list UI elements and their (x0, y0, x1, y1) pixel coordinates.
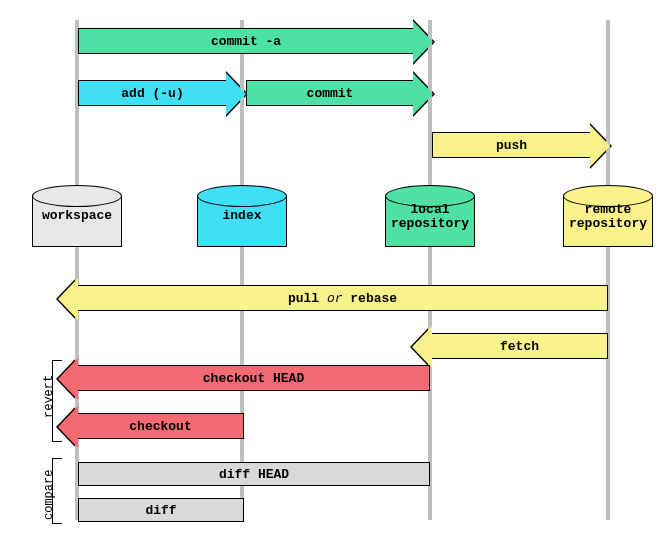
arrow-label: checkout (129, 419, 191, 434)
git-data-flow-diagram: commit -a add (-u) commit push workspace… (0, 0, 666, 550)
arrow-pull-or-rebase: pull or rebase (78, 285, 608, 311)
bar-diff: diff (78, 498, 244, 522)
arrow-label: commit (307, 86, 354, 101)
arrow-push: push (432, 132, 590, 158)
bar-label: diff HEAD (219, 467, 289, 482)
stage-label: workspace (33, 209, 121, 223)
stage-label: index (198, 209, 286, 223)
arrow-label: pull or rebase (288, 291, 397, 306)
bracket-revert (52, 360, 62, 442)
arrow-checkout-head: checkout HEAD (78, 365, 430, 391)
stage-index: index (197, 195, 287, 247)
arrow-fetch: fetch (432, 333, 608, 359)
bar-label: diff (145, 503, 176, 518)
arrow-label: fetch (500, 339, 539, 354)
arrow-label: commit -a (211, 34, 281, 49)
arrow-label: checkout HEAD (203, 371, 304, 386)
arrow-commit: commit (246, 80, 413, 106)
bracket-compare (52, 458, 62, 524)
stage-workspace: workspace (32, 195, 122, 247)
arrow-checkout: checkout (78, 413, 244, 439)
stage-line-remote-repo (606, 20, 610, 520)
stage-local-repo: local repository (385, 195, 475, 247)
stage-label: remote repository (564, 203, 652, 232)
bar-diff-head: diff HEAD (78, 462, 430, 486)
arrow-label: push (496, 138, 527, 153)
stage-label: local repository (386, 203, 474, 232)
arrow-label: add (-u) (121, 86, 183, 101)
arrow-commit-a: commit -a (78, 28, 413, 54)
stage-remote-repo: remote repository (563, 195, 653, 247)
arrow-add-u: add (-u) (78, 80, 226, 106)
